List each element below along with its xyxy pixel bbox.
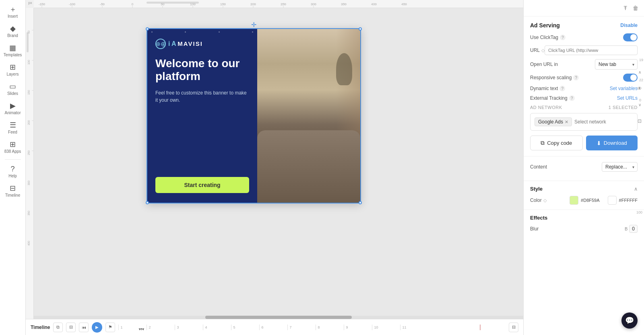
chat-widget-btn[interactable]: 💬 xyxy=(621,312,638,329)
sidebar-item-brand[interactable]: ◆ Brand xyxy=(2,23,24,40)
responsive-scaling-label: Responsive scaling ? xyxy=(530,75,579,80)
svg-text:150: 150 xyxy=(27,90,30,95)
layers-icon: ⊞ xyxy=(10,64,16,71)
color-chip-1[interactable] xyxy=(570,196,578,205)
sidebar-item-insert[interactable]: ＋ Insert xyxy=(2,3,24,21)
move-handle[interactable]: ✛ xyxy=(251,21,256,29)
panel-text-format-btn[interactable]: Ŧ xyxy=(622,3,629,13)
panel-scroll-up[interactable]: ∧ xyxy=(636,68,644,76)
apps-icon: ⊞ xyxy=(10,141,16,148)
open-url-select[interactable]: New tab Same tab New window xyxy=(595,59,638,70)
handle-bl[interactable] xyxy=(146,201,149,204)
timeline-thumbnail-icon: 🖼 xyxy=(138,328,144,330)
set-urls-link[interactable]: Set URLs xyxy=(617,95,638,101)
banner-subtitle: Feel free to customize this banner to ma… xyxy=(155,89,249,104)
sidebar-item-label-feed: Feed xyxy=(8,130,17,134)
insert-icon: ＋ xyxy=(9,6,17,13)
svg-text:-150: -150 xyxy=(39,2,45,6)
timeline-collapse-btn[interactable]: ⊟ xyxy=(509,323,518,332)
sidebar-item-feed[interactable]: ☰ Feed xyxy=(2,119,24,137)
panel-visibility-btn[interactable]: 👁 xyxy=(636,84,644,93)
right-panel: Ŧ 🗑 Ad Serving Disable Use ClickTag ? UR… xyxy=(523,0,644,335)
panel-trash-btn[interactable]: 🗑 xyxy=(631,3,640,13)
url-input[interactable] xyxy=(545,45,638,55)
panel-scroll-down[interactable]: ∨ xyxy=(636,101,644,109)
color-pair-1: #D8F59A xyxy=(570,196,599,205)
sidebar-item-label-templates: Templates xyxy=(4,53,22,57)
tags-container[interactable]: Google Ads ✕ xyxy=(530,113,638,131)
canvas-scrollbar-h[interactable] xyxy=(34,316,523,319)
handle-br[interactable] xyxy=(359,201,362,204)
main-canvas-area: px -150 -100 -50 0 50 100 150 200 250 30… xyxy=(26,0,523,335)
color-pair-2: #FFFFFF xyxy=(608,196,638,205)
open-url-row: Open URL in New tab Same tab New window xyxy=(530,59,638,70)
logo-letter-a: A xyxy=(171,40,176,47)
edge-num-19: 19 xyxy=(639,58,643,62)
sidebar-item-help[interactable]: ? Help xyxy=(2,163,24,181)
svg-text:250: 250 xyxy=(281,2,286,6)
logo-ring-icon: ⊕ xyxy=(156,41,161,47)
set-variables-link[interactable]: Set variables xyxy=(610,86,638,91)
open-url-select-wrapper[interactable]: New tab Same tab New window xyxy=(595,59,638,70)
sidebar-item-animator[interactable]: ▶ Animator xyxy=(2,100,24,117)
banner-right xyxy=(257,29,360,203)
sidebar-item-label-brand: Brand xyxy=(7,33,18,38)
blur-prefix: B xyxy=(625,226,627,231)
timeline-flag-btn[interactable]: ⚑ xyxy=(105,323,115,332)
svg-text:300: 300 xyxy=(27,181,30,185)
svg-text:400: 400 xyxy=(371,2,377,6)
canvas-inner: ⊕ i A MAVISI Welcome to our platform Fee… xyxy=(34,8,523,319)
timeline-num-5: 5 xyxy=(231,325,259,330)
feed-icon: ☰ xyxy=(10,121,16,129)
timeline-start-btn[interactable]: ⏮ xyxy=(79,323,89,332)
color-chip-2[interactable] xyxy=(608,196,617,205)
copy-code-button[interactable]: ⧉ Copy code xyxy=(530,136,583,150)
svg-text:200: 200 xyxy=(250,2,256,6)
sidebar-item-layers[interactable]: ⊞ Layers xyxy=(2,61,24,79)
handle-tr[interactable] xyxy=(359,27,362,31)
blur-label: Blur xyxy=(530,226,539,232)
ad-serving-section: Ad Serving Disable Use ClickTag ? URL ◇ … xyxy=(524,16,644,156)
scrollbar-thumb-h[interactable] xyxy=(205,316,352,319)
download-icon: ⬇ xyxy=(597,140,601,146)
handle-tl[interactable] xyxy=(146,27,149,31)
banner-title: Welcome to our platform xyxy=(155,57,249,83)
templates-icon: ▦ xyxy=(9,44,16,51)
disable-link[interactable]: Disable xyxy=(620,23,638,28)
sidebar-item-slides[interactable]: ▭ Slides xyxy=(2,80,24,98)
timeline-duplicate-btn[interactable]: ⧉ xyxy=(53,323,63,332)
content-select-wrapper[interactable]: Replace... xyxy=(602,162,638,172)
timeline-num-4: 4 xyxy=(203,325,231,330)
svg-text:100: 100 xyxy=(27,60,30,65)
ad-network-container: AD NETWORK 1 selected Google Ads ✕ xyxy=(530,105,638,131)
timeline-play-btn[interactable]: ▶ xyxy=(92,322,102,333)
ruler-horizontal: -150 -100 -50 0 50 100 150 200 250 300 3… xyxy=(34,0,523,8)
banner-deco-top xyxy=(151,31,253,33)
style-collapse-btn[interactable]: ∧ xyxy=(634,186,638,192)
svg-text:-50: -50 xyxy=(100,2,105,6)
canvas-container[interactable]: ⊕ i A MAVISI Welcome to our platform Fee… xyxy=(34,8,523,319)
banner[interactable]: ⊕ i A MAVISI Welcome to our platform Fee… xyxy=(147,28,361,203)
banner-cta-button[interactable]: Start creating xyxy=(155,177,249,193)
timeline-num-3: 3 xyxy=(175,325,203,330)
google-ads-tag: Google Ads ✕ xyxy=(535,117,572,126)
google-ads-remove[interactable]: ✕ xyxy=(565,119,568,125)
timeline-num-6: 6 xyxy=(259,325,287,330)
use-clicktag-toggle[interactable] xyxy=(623,33,638,41)
panel-box-btn[interactable]: ⊡ xyxy=(636,117,644,125)
edge-num-100: 100 xyxy=(636,210,642,214)
timeline-group-btn[interactable]: ⊟ xyxy=(66,323,76,332)
select-network-input[interactable] xyxy=(574,119,623,125)
content-select[interactable]: Replace... xyxy=(602,162,638,172)
sidebar-item-templates[interactable]: ▦ Templates xyxy=(2,42,24,60)
svg-text:450: 450 xyxy=(401,2,407,6)
download-button[interactable]: ⬇ Download xyxy=(586,136,638,150)
sidebar-item-timeline[interactable]: ⊟ Timeline xyxy=(2,182,24,200)
url-diamond-icon: ◇ xyxy=(541,48,545,53)
ad-network-label: AD NETWORK 1 selected xyxy=(530,105,638,110)
color-label: Color ◇ xyxy=(530,197,547,203)
sidebar-item-apps[interactable]: ⊞ 838 Apps xyxy=(2,138,24,156)
svg-text:350: 350 xyxy=(27,211,30,216)
svg-text:250: 250 xyxy=(27,150,30,155)
blur-row: Blur B 0 xyxy=(530,225,638,233)
